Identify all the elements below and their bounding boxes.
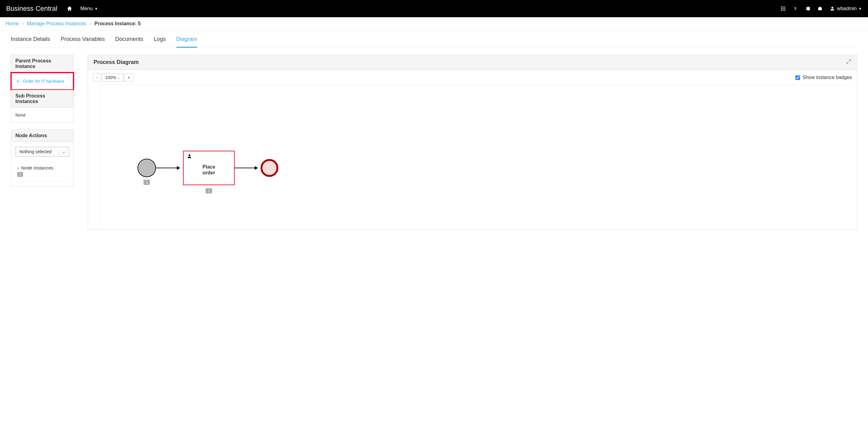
apps-icon[interactable] [780, 6, 786, 11]
tab-bar: Instance Details Process Variables Docum… [11, 30, 857, 48]
highlight-annotation: 4 - Order for IT hardware [10, 72, 74, 90]
user-icon [830, 6, 835, 11]
show-badges-toggle[interactable]: Show instance badges [796, 75, 852, 80]
sub-process-title: Sub Process Instances [11, 90, 73, 108]
node-actions-panel: Node Actions Nothing selected ⌄ › Node I… [11, 129, 74, 187]
brand-title: Business Central [6, 5, 57, 12]
tab-process-variables[interactable]: Process Variables [61, 36, 105, 48]
svg-rect-8 [784, 10, 785, 11]
tab-instance-details[interactable]: Instance Details [11, 36, 50, 48]
bpmn-start-event[interactable]: 1 [137, 159, 156, 177]
menu-label: Menu [80, 6, 93, 11]
bpmn-sequence-flow [156, 168, 180, 168]
parent-process-link[interactable]: 4 - Order for IT hardware [17, 79, 64, 84]
top-bar: Business Central Menu ▼ ? wbadmin ▼ [0, 0, 868, 17]
svg-rect-0 [781, 6, 782, 7]
svg-rect-4 [783, 8, 784, 9]
breadcrumb-current: Process Instance: 5 [94, 21, 141, 27]
briefcase-icon[interactable] [817, 6, 823, 11]
menu-button[interactable]: Menu ▼ [80, 6, 98, 11]
parent-process-panel: Parent Process Instance 4 - Order for IT… [11, 55, 74, 123]
zoom-value-label: 100% [105, 75, 116, 80]
help-icon[interactable]: ? [793, 6, 798, 11]
svg-rect-7 [783, 10, 784, 11]
breadcrumb: Home » Manage Process Instances » Proces… [0, 17, 868, 30]
process-diagram-title: Process Diagram [93, 59, 139, 65]
svg-rect-3 [781, 8, 782, 9]
chevron-down-icon: ▼ [859, 7, 862, 10]
home-icon[interactable] [66, 5, 72, 12]
zoom-control: - 100% ⌄ + [93, 73, 133, 82]
breadcrumb-separator: » [22, 22, 24, 26]
side-column: Parent Process Instance 4 - Order for IT… [11, 55, 74, 193]
parent-process-title: Parent Process Instance [11, 55, 73, 72]
tab-logs[interactable]: Logs [154, 36, 166, 48]
user-task-icon [187, 153, 192, 160]
task-label: Place order [184, 164, 234, 176]
svg-rect-2 [784, 6, 785, 7]
chevron-down-icon: ⌄ [62, 150, 65, 154]
tab-diagram[interactable]: Diagram [176, 36, 197, 48]
node-instances-count-badge: 2 [17, 172, 23, 177]
gear-icon[interactable] [805, 6, 810, 11]
node-actions-select-value: Nothing selected [20, 149, 51, 154]
diagram-canvas[interactable]: 1 Place order 1 [100, 85, 851, 226]
show-badges-checkbox[interactable] [796, 75, 800, 80]
expand-icon[interactable] [846, 59, 851, 66]
breadcrumb-home[interactable]: Home [5, 21, 19, 27]
svg-rect-5 [784, 8, 785, 9]
bpmn-sequence-flow [235, 168, 258, 168]
process-diagram-panel: Process Diagram - 100% ⌄ + Show instance… [88, 55, 857, 229]
tab-documents[interactable]: Documents [115, 36, 143, 48]
task-badge: 1 [206, 188, 212, 193]
show-badges-label: Show instance badges [803, 75, 852, 80]
svg-rect-6 [781, 10, 782, 11]
zoom-value-select[interactable]: 100% ⌄ [102, 73, 124, 82]
node-actions-select[interactable]: Nothing selected ⌄ [16, 147, 69, 157]
chevron-right-icon: › [17, 165, 19, 170]
svg-rect-1 [783, 6, 784, 7]
breadcrumb-separator: » [89, 22, 91, 26]
chevron-down-icon: ▼ [94, 7, 98, 10]
user-label: wbadmin [837, 6, 857, 11]
user-menu[interactable]: wbadmin ▼ [830, 6, 862, 11]
start-event-badge: 1 [143, 180, 150, 185]
bpmn-user-task[interactable]: Place order 1 [183, 151, 235, 185]
chevron-down-icon: ⌄ [117, 76, 120, 79]
zoom-out-button[interactable]: - [93, 73, 101, 82]
breadcrumb-manage[interactable]: Manage Process Instances [27, 21, 86, 27]
node-instances-label: Node Instances [21, 165, 53, 170]
zoom-in-button[interactable]: + [124, 73, 133, 82]
node-instances-toggle[interactable]: › Node Instances 2 [17, 163, 67, 182]
node-actions-title: Node Actions [11, 130, 73, 142]
svg-text:?: ? [794, 6, 797, 11]
bpmn-end-event[interactable] [260, 159, 278, 177]
sub-process-none: None [11, 108, 73, 122]
